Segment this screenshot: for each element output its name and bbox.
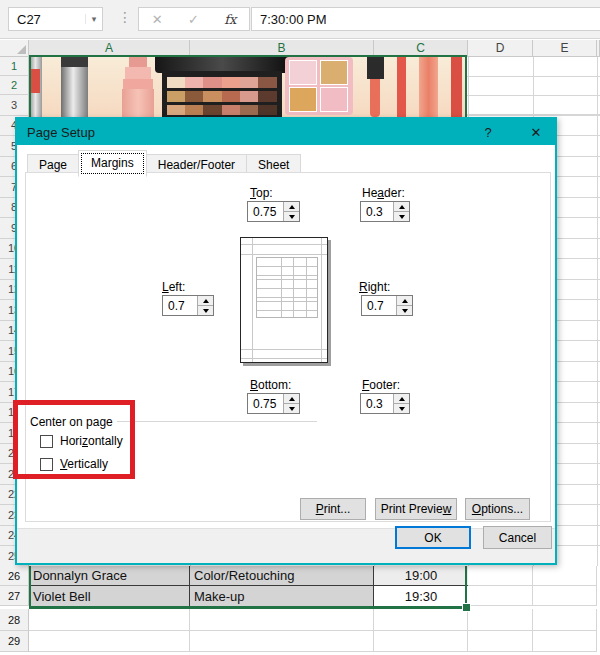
spin-up-button[interactable] <box>198 296 213 306</box>
blush-pan-shape <box>289 60 317 85</box>
spin-up-button[interactable] <box>397 296 412 306</box>
preview-margin-line <box>241 349 327 350</box>
help-icon[interactable]: ? <box>477 123 499 141</box>
name-box-value[interactable]: C27 <box>9 12 85 27</box>
row-header[interactable]: 27 <box>0 586 29 606</box>
cell-d28[interactable] <box>468 609 533 631</box>
header-margin-value[interactable]: 0.3 <box>361 202 393 221</box>
cell-e28[interactable] <box>533 609 597 631</box>
table-row: 29 <box>0 631 600 652</box>
right-margin-value[interactable]: 0.7 <box>362 296 396 315</box>
gloss-wand-shape <box>370 79 380 117</box>
select-all-corner[interactable] <box>0 40 29 57</box>
left-margin-input[interactable]: 0.7 <box>162 295 214 316</box>
cell-c26[interactable]: 19:00 <box>374 566 468 586</box>
cell-a28[interactable] <box>29 609 190 631</box>
insert-function-icon[interactable]: fx <box>224 12 236 27</box>
eyeshadow-row-shape <box>167 105 277 115</box>
spin-down-button[interactable] <box>394 212 409 221</box>
group-divider <box>117 421 317 422</box>
row-header[interactable]: 26 <box>0 566 29 586</box>
cell-d29[interactable] <box>468 631 533 652</box>
dialog-footer <box>17 528 555 563</box>
row-header[interactable]: 1 <box>0 57 29 76</box>
left-margin-value[interactable]: 0.7 <box>163 296 197 315</box>
cancel-icon[interactable]: ✕ <box>152 12 163 27</box>
bottom-margin-value[interactable]: 0.75 <box>248 394 283 413</box>
top-margin-value[interactable]: 0.75 <box>248 202 283 221</box>
cell-d26[interactable] <box>468 566 533 586</box>
page-preview <box>240 237 328 363</box>
cell-c27-active[interactable]: 19:30 <box>374 586 468 606</box>
header-margin-input[interactable]: 0.3 <box>360 201 410 222</box>
spin-up-button[interactable] <box>394 202 409 212</box>
right-margin-input[interactable]: 0.7 <box>361 295 413 316</box>
cell-e26[interactable] <box>533 566 597 586</box>
row-header[interactable]: 3 <box>0 95 29 116</box>
cell-e29[interactable] <box>533 631 597 652</box>
enter-icon[interactable]: ✓ <box>188 12 199 27</box>
separator-dots-icon: ⋮ <box>118 9 132 25</box>
print-preview-button[interactable]: Print Preview <box>375 498 457 520</box>
spin-down-button[interactable] <box>397 306 412 315</box>
options-button[interactable]: Options... <box>465 498 530 520</box>
header-margin-spinner <box>393 202 409 221</box>
column-header-e[interactable]: E <box>533 40 597 57</box>
table-row: 26 Donnalyn Grace Color/Retouching 19:00 <box>0 566 600 586</box>
table-row: 28 <box>0 609 600 631</box>
header-margin-label: Header: <box>362 186 405 200</box>
cell-c28[interactable] <box>374 609 468 631</box>
footer-margin-input[interactable]: 0.3 <box>360 393 410 414</box>
lipstick-cap-shape <box>61 57 88 67</box>
spin-up-button[interactable] <box>394 394 409 404</box>
print-button[interactable]: Print... <box>300 498 366 520</box>
row-header[interactable]: 29 <box>0 631 29 652</box>
lipstick-tip-shape <box>30 69 40 93</box>
spin-up-button[interactable] <box>284 394 299 404</box>
spin-up-button[interactable] <box>284 202 299 212</box>
dialog-title: Page Setup <box>27 125 95 140</box>
cell-e27[interactable] <box>533 586 597 606</box>
spin-down-button[interactable] <box>284 212 299 221</box>
column-header-d[interactable]: D <box>468 40 533 57</box>
ok-button[interactable]: OK <box>395 526 471 549</box>
dialog-title-bar[interactable]: Page Setup <box>17 119 555 145</box>
row-header[interactable]: 28 <box>0 609 29 631</box>
cell-d27[interactable] <box>468 586 533 606</box>
formula-input[interactable]: 7:30:00 PM <box>251 7 600 31</box>
sheet-bottom-rows: 26 Donnalyn Grace Color/Retouching 19:00… <box>0 566 600 655</box>
footer-margin-value[interactable]: 0.3 <box>361 394 393 413</box>
page-setup-dialog: Page Setup ? ✕ Page Margins Header/Foote… <box>15 117 557 565</box>
tab-margins[interactable]: Margins <box>78 150 147 177</box>
preview-margin-line <box>241 244 327 245</box>
spin-down-button[interactable] <box>198 306 213 315</box>
name-box[interactable]: C27 ▾ <box>8 7 103 31</box>
top-margin-input[interactable]: 0.75 <box>247 201 300 222</box>
cell-a27[interactable]: Violet Bell <box>29 586 190 606</box>
fill-handle[interactable] <box>462 603 471 612</box>
pencil-stroke-shape <box>451 57 462 117</box>
spin-down-button[interactable] <box>394 404 409 413</box>
top-margin-label: Top: <box>250 186 273 200</box>
right-margin-label: Right: <box>359 280 390 294</box>
footer-margin-label: Footer: <box>362 378 400 392</box>
cell-b28[interactable] <box>190 609 374 631</box>
bottom-margin-input[interactable]: 0.75 <box>247 393 300 414</box>
bottom-margin-label: Bottom: <box>250 378 291 392</box>
close-icon[interactable]: ✕ <box>525 123 547 141</box>
cell-b29[interactable] <box>190 631 374 652</box>
selection-border-top <box>29 55 467 57</box>
bottom-margin-spinner <box>283 394 299 413</box>
cosmetics-picture[interactable] <box>29 57 467 117</box>
selection-border-left <box>29 57 31 117</box>
preview-margin-line <box>241 358 327 359</box>
name-box-dropdown-icon[interactable]: ▾ <box>85 14 102 24</box>
cell-b26[interactable]: Color/Retouching <box>190 566 374 586</box>
cancel-button[interactable]: Cancel <box>483 526 552 549</box>
cell-a29[interactable] <box>29 631 190 652</box>
row-header[interactable]: 2 <box>0 76 29 95</box>
cell-c29[interactable] <box>374 631 468 652</box>
cell-b27[interactable]: Make-up <box>190 586 374 606</box>
cell-a26[interactable]: Donnalyn Grace <box>29 566 190 586</box>
spin-down-button[interactable] <box>284 404 299 413</box>
